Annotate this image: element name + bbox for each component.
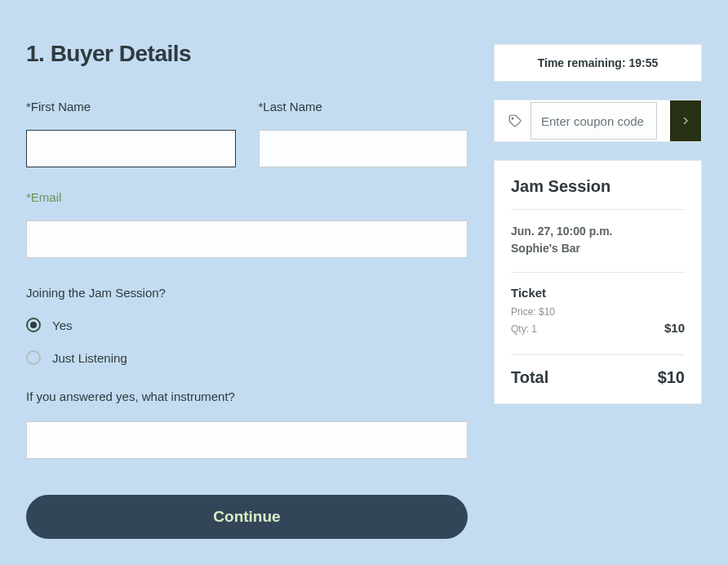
instrument-input[interactable] [26, 421, 468, 459]
order-summary-card: Jam Session Jun. 27, 10:00 p.m. Sophie's… [494, 160, 702, 404]
coupon-card [494, 100, 702, 142]
summary-ticket-block: Ticket Price: $10 Qty: 1 $10 [511, 286, 685, 338]
coupon-submit-button[interactable] [670, 100, 701, 141]
jam-session-question: Joining the Jam Session? [26, 286, 468, 300]
tag-icon [508, 113, 522, 128]
continue-button[interactable]: Continue [26, 495, 468, 539]
divider [511, 272, 685, 273]
total-amount: $10 [658, 368, 685, 387]
chevron-right-icon [681, 116, 690, 126]
jam-session-radio-group: Yes Just Listening [26, 318, 468, 365]
radio-listening[interactable]: Just Listening [26, 350, 468, 365]
last-name-label: *Last Name [259, 100, 468, 113]
last-name-field-group: *Last Name [259, 100, 468, 167]
email-label: *Email [26, 190, 468, 204]
email-field-group: *Email [26, 190, 468, 258]
summary-datetime: Jun. 27, 10:00 p.m. [511, 223, 685, 240]
ticket-price-label: Price: $10 [511, 306, 685, 318]
radio-listening-indicator [26, 350, 41, 365]
ticket-line-total: $10 [664, 321, 685, 335]
radio-yes-indicator [26, 318, 41, 332]
page-title: 1. Buyer Details [26, 41, 468, 67]
radio-yes[interactable]: Yes [26, 318, 468, 332]
summary-meta: Jun. 27, 10:00 p.m. Sophie's Bar [511, 223, 685, 257]
total-label: Total [511, 368, 548, 387]
first-name-input[interactable] [26, 130, 236, 167]
coupon-body [495, 100, 670, 141]
radio-yes-label: Yes [52, 318, 72, 332]
total-row: Total $10 [511, 354, 685, 387]
instrument-question: If you answered yes, what instrument? [26, 389, 468, 403]
coupon-input[interactable] [530, 102, 657, 140]
timer-value: 19:55 [628, 56, 658, 69]
first-name-label: *First Name [26, 100, 236, 113]
email-input[interactable] [26, 220, 468, 258]
radio-listening-label: Just Listening [52, 351, 127, 365]
svg-point-0 [512, 118, 513, 119]
timer-prefix: Time remaining: [538, 56, 629, 69]
ticket-name: Ticket [511, 286, 685, 300]
divider [511, 209, 685, 210]
ticket-qty-label: Qty: 1 [511, 323, 537, 335]
summary-title: Jam Session [511, 177, 685, 196]
instrument-field-group: If you answered yes, what instrument? [26, 389, 468, 459]
timer-card: Time remaining: 19:55 [494, 44, 702, 82]
summary-venue: Sophie's Bar [511, 240, 685, 257]
first-name-field-group: *First Name [26, 100, 236, 167]
last-name-input[interactable] [259, 130, 468, 167]
